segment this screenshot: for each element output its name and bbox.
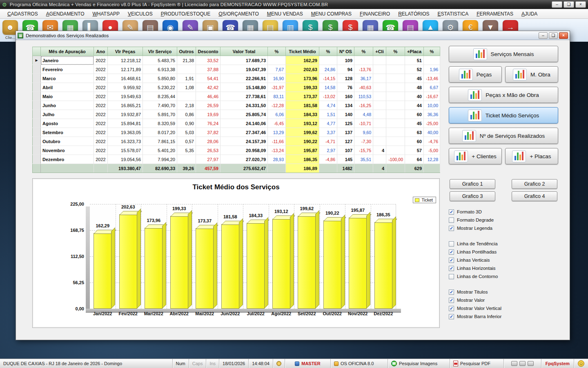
dialog-minimize-button[interactable]: – bbox=[539, 32, 548, 39]
cell: 7,67 bbox=[268, 65, 286, 74]
menu-item-veiculos[interactable]: VEICULOS bbox=[124, 10, 157, 18]
cell: 44 bbox=[405, 101, 424, 110]
gridline-v bbox=[345, 204, 345, 309]
checkbox-formato-degrade[interactable]: Formato Degrade bbox=[449, 216, 558, 224]
row-gutter bbox=[33, 110, 41, 119]
dialog-maximize-button[interactable]: ❏ bbox=[549, 32, 558, 39]
button-grafico-4[interactable]: Grafico 4 bbox=[512, 191, 557, 201]
column-header-cli: +Cli bbox=[373, 47, 386, 56]
status-search-images[interactable]: ☎ Pesquisar Imagens bbox=[388, 359, 450, 368]
x-tick-label: Jul/2022 bbox=[243, 311, 269, 316]
menu-item-financeiro[interactable]: FINANCEIRO bbox=[356, 10, 394, 18]
checkbox-formato-3d[interactable]: ✓Formato 3D bbox=[449, 208, 558, 216]
menu-item-menu-compras[interactable]: MENU COMPRAS bbox=[307, 10, 356, 18]
maximize-button[interactable]: ❏ bbox=[564, 1, 574, 8]
cell: 14,58 bbox=[319, 83, 337, 92]
status-brand: FpqSystem bbox=[541, 359, 574, 368]
table-row[interactable]: Fevereiro202212.171,896.913,3837,8819.04… bbox=[33, 65, 440, 74]
table-row[interactable]: Maio202219.549,638.235,4446,4627.738,618… bbox=[33, 92, 440, 101]
option-group: ✓Mostrar Titulos✓Mostrar Valor✓Mostrar V… bbox=[449, 288, 558, 321]
cell bbox=[373, 128, 386, 137]
cell: 27.738,61 bbox=[220, 92, 268, 101]
close-button[interactable]: × bbox=[575, 1, 586, 8]
dialog-close-button[interactable]: × bbox=[559, 32, 568, 39]
menu-item-agendamento[interactable]: AGENDAMENTO bbox=[42, 10, 89, 18]
table-row[interactable]: ▶Janeiro202212.218,125.483,7521,3833,521… bbox=[33, 56, 440, 65]
table-row[interactable]: Outubro202216.323,737.861,150,5728,0624.… bbox=[33, 137, 440, 146]
checkbox-mostrar-valor-vertical[interactable]: ✓Mostrar Valor Vertical bbox=[449, 304, 558, 312]
menu-item-produto-estoque[interactable]: PRODUTO/ESTOQUE bbox=[157, 10, 215, 18]
button-pecas-x-mao-de-obra[interactable]: Peças x Mão de Obra bbox=[449, 87, 558, 103]
table-row[interactable]: Junho202216.865,217.490,702,1826,5924.33… bbox=[33, 101, 440, 110]
table-row[interactable]: Abril20229.959,925.230,221,0842,4215.148… bbox=[33, 83, 440, 92]
cell: 83,11 bbox=[268, 92, 286, 101]
table-row[interactable]: Agosto202215.894,818.320,590,9076,2424.1… bbox=[33, 119, 440, 128]
button-mais-clientes[interactable]: + Clientes bbox=[449, 148, 502, 164]
button-mao-de-obra[interactable]: M. Obra bbox=[505, 66, 558, 83]
button-grafico-1[interactable]: Grafico 1 bbox=[450, 179, 495, 189]
cell bbox=[373, 56, 386, 65]
checkbox-mostrar-titulos[interactable]: ✓Mostrar Titulos bbox=[449, 288, 558, 296]
status-system: OS OFICINA 8.0 bbox=[331, 359, 388, 368]
menu-item-cadastros[interactable]: CADASTROS bbox=[3, 10, 42, 18]
minimize-button[interactable]: – bbox=[552, 1, 562, 8]
cell: 42,42 bbox=[196, 83, 220, 92]
table-row[interactable]: Julho202219.932,875.891,700,8619,6925.80… bbox=[33, 110, 440, 119]
column-header-ticket-medio: Ticket Médio bbox=[286, 47, 319, 56]
button-servicos-mensais[interactable]: Serviços Mensais bbox=[449, 46, 558, 62]
button-grafico-2[interactable]: Grafico 2 bbox=[512, 179, 557, 189]
cell: 24.140,06 bbox=[220, 119, 268, 128]
checkbox-linhas-de-contorno[interactable]: Linhas de Contorno bbox=[449, 272, 558, 280]
menu-item-menu-vendas[interactable]: MENU VENDAS bbox=[263, 10, 307, 18]
cell: 48 bbox=[405, 83, 424, 92]
dialog-title: Demonstrativo dos Serviços Realizados bbox=[26, 33, 109, 38]
table-row[interactable]: Setembro202219.363,058.017,205,0337,8227… bbox=[33, 128, 440, 137]
bar-value-label: 186,35 bbox=[368, 212, 400, 217]
cell bbox=[177, 92, 196, 101]
window-titlebar[interactable]: ⚙ Programa Oficina Mecânica + Vendas e F… bbox=[0, 0, 588, 9]
cell: 54,41 bbox=[196, 74, 220, 83]
smiley-icon: ☺ bbox=[578, 360, 584, 367]
checkbox-linhas-horizontais[interactable]: ✓Linhas Horizontais bbox=[449, 264, 558, 272]
button-mais-placas[interactable]: + Placas bbox=[505, 148, 558, 164]
table-row[interactable]: Novembro202215.578,075.401,205,3526,5320… bbox=[33, 146, 440, 155]
status-printers[interactable] bbox=[504, 359, 541, 368]
button-grafico-3[interactable]: Grafico 3 bbox=[450, 191, 495, 201]
cell: 107 bbox=[337, 146, 354, 155]
status-search-pdf[interactable]: Pesquisar PDF bbox=[450, 359, 504, 368]
pdf-icon bbox=[453, 361, 458, 366]
checkbox-box bbox=[449, 274, 454, 279]
menu-item-relatorios[interactable]: RELATÓRIOS bbox=[394, 10, 433, 18]
checkbox-linhas-verticais[interactable]: ✓Linhas Verticais bbox=[449, 256, 558, 264]
menu-item-ferramentas[interactable]: FERRAMENTAS bbox=[472, 10, 517, 18]
checkbox-mostrar-barra-inferior[interactable]: ✓Mostrar Barra Inferior bbox=[449, 312, 558, 321]
cell bbox=[354, 56, 373, 65]
cell: -25,00 bbox=[424, 119, 440, 128]
button-ticket-medio-servicos[interactable]: Ticket Médio Serviços bbox=[449, 107, 558, 123]
checkbox-mostrar-legenda[interactable]: ✓Mostrar Legenda bbox=[449, 224, 558, 232]
cell: 25.805,74 bbox=[220, 110, 268, 119]
cell: 1,91 bbox=[177, 74, 196, 83]
table-row[interactable]: Marco202216.468,615.850,801,9154,4122.26… bbox=[33, 74, 440, 83]
cell bbox=[373, 92, 386, 101]
totals-row[interactable]: 193.380,4782.690,3339,26457,59275.652,47… bbox=[33, 164, 440, 173]
checkbox-linhas-pontilhadas[interactable]: ✓Linhas Pontilhadas bbox=[449, 248, 558, 256]
cell: -14,15 bbox=[319, 74, 337, 83]
cell: 2022 bbox=[94, 56, 108, 65]
button-num-servicos-realizados[interactable]: Nº de Serviços Realizados bbox=[449, 128, 558, 144]
button-pecas[interactable]: Peças bbox=[449, 66, 502, 83]
bar-chart-icon bbox=[459, 69, 473, 81]
cell: 94 bbox=[337, 65, 354, 74]
menu-item-whatsapp[interactable]: WHATSAPP bbox=[89, 10, 124, 18]
menu-item-os-orcamento[interactable]: OS/ORÇAMENTO bbox=[214, 10, 263, 18]
cell: 40,00 bbox=[424, 128, 440, 137]
table-row[interactable]: Dezembro202219.054,567.994,2027,9727.020… bbox=[33, 155, 440, 164]
cell: 21,38 bbox=[177, 56, 196, 65]
checkbox-linha-de-tendencia[interactable]: Linha de Tendência bbox=[449, 240, 558, 248]
menu-item-estatistica[interactable]: ESTATISTICA bbox=[434, 10, 473, 18]
menu-item-ajuda[interactable]: AJUDA bbox=[517, 10, 541, 18]
chart-bar bbox=[349, 218, 367, 309]
checkbox-mostrar-valor[interactable]: ✓Mostrar Valor bbox=[449, 296, 558, 304]
dialog-titlebar[interactable]: ▦ Demonstrativo dos Serviços Realizados … bbox=[16, 31, 570, 40]
cell: 2,18 bbox=[177, 101, 196, 110]
